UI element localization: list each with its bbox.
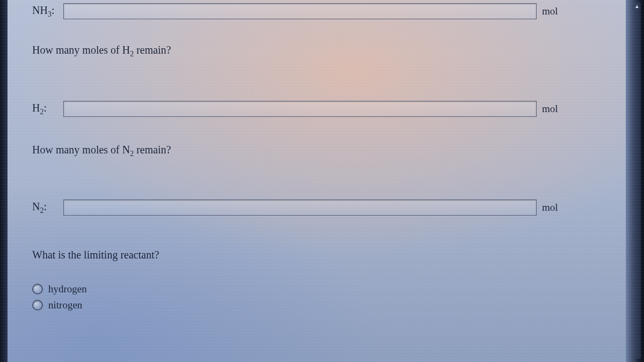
question-limiting: What is the limiting reactant? bbox=[32, 249, 580, 261]
h2-row: H2: mol bbox=[32, 101, 580, 117]
question-n2-text: How many moles of N2 remain? bbox=[32, 144, 580, 158]
h2-label-sub: 2 bbox=[40, 108, 43, 116]
h2-unit: mol bbox=[542, 103, 574, 115]
n2-row: N2: mol bbox=[32, 200, 580, 216]
option-nitrogen-row[interactable]: nitrogen bbox=[32, 299, 580, 311]
h2-label: H2: bbox=[32, 102, 58, 116]
h2-input[interactable] bbox=[63, 101, 537, 117]
nh3-label-base: NH bbox=[32, 4, 48, 16]
question-n2-remain: How many moles of N2 remain? bbox=[32, 144, 580, 158]
nh3-input[interactable] bbox=[63, 3, 537, 19]
option-hydrogen-row[interactable]: hydrogen bbox=[32, 283, 580, 295]
n2-label-base: N bbox=[32, 201, 40, 212]
radio-icon[interactable] bbox=[32, 284, 43, 294]
n2-label-sub: 2 bbox=[40, 206, 43, 215]
scrollbar-track[interactable] bbox=[633, 2, 641, 359]
option-hydrogen-label: hydrogen bbox=[48, 283, 87, 295]
n2-unit: mol bbox=[542, 202, 574, 213]
n2-input[interactable] bbox=[63, 200, 537, 216]
nh3-row: NH3: mol bbox=[32, 3, 580, 19]
worksheet-page: ▲ NH3: mol How many moles of H2 remain? … bbox=[0, 0, 644, 362]
h2-label-base: H bbox=[32, 102, 40, 114]
question-h2-text: How many moles of H2 remain? bbox=[32, 44, 580, 58]
nh3-label-sub: 3 bbox=[48, 10, 52, 18]
limiting-options: hydrogen nitrogen bbox=[32, 279, 580, 311]
n2-label: N2: bbox=[32, 201, 58, 215]
scroll-up-icon[interactable]: ▲ bbox=[633, 2, 641, 10]
screen-edge-left bbox=[0, 0, 8, 362]
radio-icon[interactable] bbox=[32, 300, 43, 311]
nh3-unit: mol bbox=[542, 5, 574, 17]
question-h2-remain: How many moles of H2 remain? bbox=[32, 44, 580, 58]
question-limiting-text: What is the limiting reactant? bbox=[32, 249, 580, 261]
nh3-label: NH3: bbox=[32, 4, 58, 19]
option-nitrogen-label: nitrogen bbox=[48, 299, 82, 311]
